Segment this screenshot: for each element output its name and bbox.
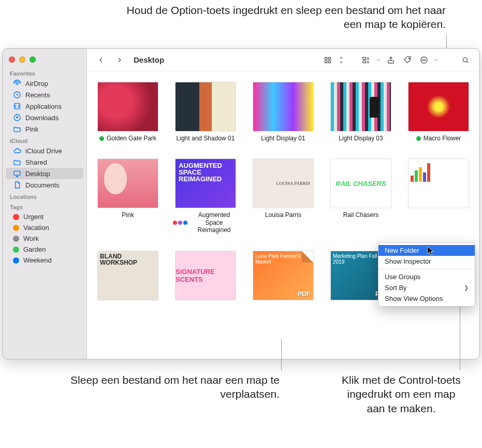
file-label: Rail Chasers — [343, 211, 379, 219]
file-thumbnail — [408, 158, 469, 208]
airdrop-icon — [13, 79, 21, 88]
sidebar-item-recents[interactable]: Recents — [6, 89, 83, 100]
file-item[interactable]: RAIL CHASERS Rail Chasers — [328, 158, 393, 234]
sidebar-item-label: AirDrop — [25, 80, 48, 88]
callout-top: Houd de Option-toets ingedrukt en sleep … — [114, 3, 446, 32]
svg-point-16 — [425, 60, 426, 60]
tag-dot-gray — [13, 236, 19, 242]
file-label: Augmented Space Reimagined — [190, 211, 238, 234]
file-item[interactable]: Luna Park Farmer's Market — [251, 251, 316, 304]
close-button[interactable] — [9, 56, 15, 63]
sidebar-item-label: Documents — [25, 181, 60, 189]
svg-rect-8 — [328, 61, 330, 63]
sidebar-item-desktop[interactable]: Desktop — [6, 168, 83, 179]
sidebar-item-label: Urgent — [23, 213, 43, 221]
file-label: Pink — [122, 211, 134, 219]
file-item[interactable]: Macro Flower — [406, 82, 471, 142]
svg-rect-5 — [325, 57, 327, 59]
context-menu-use-groups[interactable]: Use Groups — [378, 271, 475, 282]
sidebar-section-tags: Tags — [3, 201, 86, 211]
sidebar-item-label: Pink — [25, 125, 38, 133]
search-button[interactable] — [459, 53, 472, 67]
view-mode-button[interactable] — [321, 53, 334, 67]
fullscreen-button[interactable] — [30, 56, 36, 63]
file-item[interactable]: LOUISA PARRIS Louisa Parris — [251, 158, 316, 234]
file-item[interactable]: Light Display 01 — [251, 82, 316, 142]
sidebar-tag-weekend[interactable]: Weekend — [6, 255, 83, 266]
sidebar-item-label: Recents — [25, 91, 50, 99]
file-item[interactable] — [406, 158, 471, 234]
sidebar-item-pink[interactable]: Pink — [6, 123, 83, 135]
shared-folder-icon — [13, 158, 21, 166]
menu-item-label: Sort By — [385, 284, 407, 292]
sidebar-tag-vacation[interactable]: Vacation — [6, 222, 83, 233]
svg-rect-10 — [363, 61, 366, 63]
chevron-down-icon[interactable] — [434, 53, 439, 67]
file-item[interactable]: Pink — [95, 158, 160, 234]
sidebar-item-shared[interactable]: Shared — [6, 156, 83, 168]
share-button[interactable] — [384, 53, 398, 67]
file-item[interactable]: BLAND WORKSHOP — [95, 251, 160, 304]
svg-point-17 — [463, 57, 467, 62]
folder-icon — [13, 125, 21, 133]
sidebar-item-documents[interactable]: Documents — [6, 179, 83, 191]
file-item[interactable]: Golden Gate Park — [95, 82, 160, 142]
sidebar-section-locations: Locations — [3, 191, 86, 201]
file-label: Macro Flower — [423, 135, 461, 142]
group-button[interactable] — [359, 53, 373, 67]
svg-point-15 — [423, 60, 424, 60]
tag-dot-orange — [13, 225, 19, 231]
minimize-button[interactable] — [19, 56, 25, 63]
svg-point-0 — [16, 82, 18, 84]
svg-rect-9 — [363, 57, 366, 59]
context-menu-show-inspector[interactable]: Show Inspector — [378, 256, 475, 267]
tag-dot-green — [416, 136, 421, 141]
sidebar-tag-garden[interactable]: Garden — [6, 244, 83, 255]
toolbar: Desktop — [87, 49, 479, 71]
file-item[interactable]: SIGNATURE SCENTS — [173, 251, 238, 304]
sidebar: Favorites AirDrop Recents Applications D… — [3, 49, 87, 359]
file-thumbnail: LOUISA PARRIS — [253, 158, 314, 208]
file-thumbnail — [330, 82, 391, 132]
sidebar-tag-urgent[interactable]: Urgent — [6, 211, 83, 222]
view-mode-chevron-icon[interactable] — [338, 53, 345, 67]
sidebar-item-label: Downloads — [25, 114, 59, 122]
callout-bottom-left: Sleep een bestand om het naar een map te… — [67, 373, 280, 401]
tags-button[interactable] — [401, 53, 414, 67]
back-button[interactable] — [94, 53, 108, 67]
sidebar-section-favorites: Favorites — [3, 67, 86, 78]
callout-line — [281, 339, 282, 370]
finder-window: Favorites AirDrop Recents Applications D… — [2, 48, 480, 359]
file-label: Light Display 03 — [339, 135, 383, 142]
chevron-down-icon[interactable] — [376, 53, 381, 67]
file-thumbnail: Luna Park Farmer's Market — [253, 251, 314, 300]
file-thumbnail — [97, 82, 158, 132]
file-item[interactable]: Light Display 03 — [328, 82, 393, 142]
sidebar-item-label: Applications — [25, 103, 62, 110]
file-thumbnail: RAIL CHASERS — [330, 158, 391, 208]
file-item[interactable]: AUGMENTED SPACE REIMAGINED Augmented Spa… — [173, 158, 238, 234]
cloud-icon — [13, 147, 21, 155]
svg-rect-4 — [14, 171, 20, 175]
context-menu-sort-by[interactable]: Sort By❯ — [378, 282, 475, 293]
sidebar-tag-work[interactable]: Work — [6, 233, 83, 244]
sidebar-item-airdrop[interactable]: AirDrop — [6, 78, 83, 89]
more-button[interactable] — [417, 53, 431, 67]
multi-tag-dots — [173, 221, 187, 225]
desktop-icon — [13, 169, 21, 178]
sidebar-item-downloads[interactable]: Downloads — [6, 112, 83, 123]
menu-item-label: Show Inspector — [385, 257, 431, 265]
file-thumbnail — [97, 158, 158, 208]
menu-item-label: Show View Options — [385, 295, 443, 302]
file-item[interactable]: Light and Shadow 01 — [173, 82, 238, 142]
document-icon — [13, 181, 21, 189]
sidebar-item-icloud-drive[interactable]: iCloud Drive — [6, 145, 83, 156]
forward-button[interactable] — [113, 53, 126, 67]
mouse-cursor-icon — [427, 245, 435, 256]
context-menu-show-view-options[interactable]: Show View Options — [378, 293, 475, 304]
file-label: Louisa Parris — [265, 211, 301, 219]
sidebar-item-applications[interactable]: Applications — [6, 100, 83, 112]
file-thumbnail: AUGMENTED SPACE REIMAGINED — [175, 158, 236, 208]
file-grid-area[interactable]: Golden Gate Park Light and Shadow 01 Lig… — [87, 71, 479, 359]
chevron-right-icon: ❯ — [464, 284, 469, 291]
